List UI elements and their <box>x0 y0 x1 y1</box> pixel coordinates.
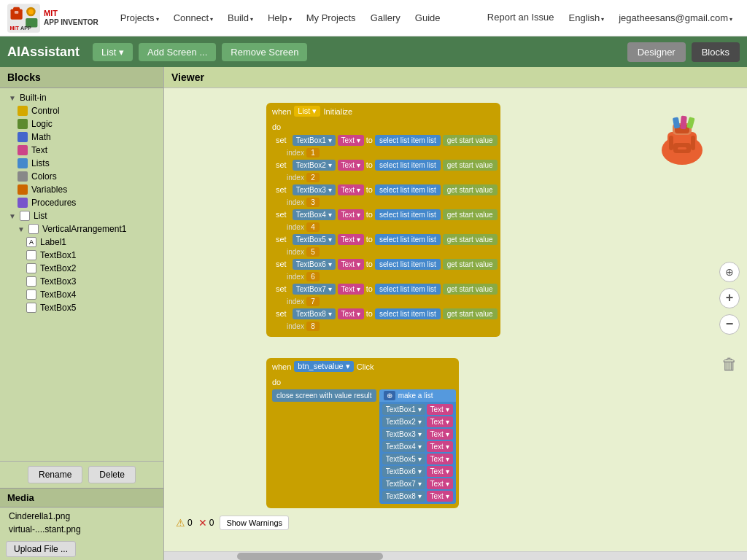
horizontal-scrollbar[interactable] <box>164 551 747 560</box>
sidebar-item-lists[interactable]: Lists <box>0 157 163 170</box>
text5-badge[interactable]: Text ▾ <box>338 234 364 245</box>
sidebar-item-textbox3[interactable]: TextBox3 <box>0 275 163 288</box>
select6-block[interactable]: select list item list <box>375 259 441 270</box>
list-text2[interactable]: Text ▾ <box>427 416 453 427</box>
list-badge[interactable]: List ▾ <box>294 106 320 117</box>
sidebar-item-logic[interactable]: Logic <box>0 117 163 131</box>
sidebar-item-textbox4[interactable]: TextBox4 <box>0 288 163 301</box>
text4-badge[interactable]: Text ▾ <box>338 209 364 220</box>
list-dropdown-button[interactable]: List ▾ <box>93 43 133 61</box>
trash-icon[interactable]: 🗑 <box>719 355 740 378</box>
tb7-badge[interactable]: TextBox7 ▾ <box>293 284 336 295</box>
get-start-8[interactable]: get start value <box>443 308 498 319</box>
list-tb6[interactable]: TextBox6 ▾ <box>382 466 425 477</box>
list-tb5[interactable]: TextBox5 ▾ <box>382 454 425 464</box>
designer-button[interactable]: Designer <box>627 42 686 62</box>
list-tb8[interactable]: TextBox8 ▾ <box>382 491 425 502</box>
sidebar-item-colors[interactable]: Colors <box>0 170 163 183</box>
scrollbar-thumb[interactable] <box>237 553 383 560</box>
nav-guide[interactable]: Guide <box>408 9 448 27</box>
nav-gallery[interactable]: Gallery <box>363 9 408 27</box>
viewer-content[interactable]: when List ▾ Initialize do set TextBox1 ▾… <box>164 88 747 551</box>
select2-block[interactable]: select list item list <box>375 160 441 171</box>
tb2-badge[interactable]: TextBox2 ▾ <box>293 160 336 171</box>
list-toggle[interactable]: ▼ <box>9 212 18 220</box>
nav-build[interactable]: Build▾ <box>220 9 260 27</box>
text6-badge[interactable]: Text ▾ <box>338 259 364 270</box>
tb5-badge[interactable]: TextBox5 ▾ <box>293 234 336 245</box>
tb8-badge[interactable]: TextBox8 ▾ <box>293 308 336 319</box>
list-text7[interactable]: Text ▾ <box>427 478 453 489</box>
va1-toggle[interactable]: ▼ <box>18 225 26 233</box>
sidebar-item-control[interactable]: Control <box>0 104 163 117</box>
sidebar-item-variables[interactable]: Variables <box>0 183 163 196</box>
list-tb4[interactable]: TextBox4 ▾ <box>382 441 425 452</box>
media-file-2[interactable]: virtual-....stant.png <box>6 523 158 536</box>
list-tb3[interactable]: TextBox3 ▾ <box>382 429 425 440</box>
list-text6[interactable]: Text ▾ <box>427 466 453 477</box>
sidebar-item-math[interactable]: Math <box>0 131 163 144</box>
rename-button[interactable]: Rename <box>28 466 82 483</box>
list-tb1[interactable]: TextBox1 ▾ <box>382 404 425 415</box>
nav-language[interactable]: English▾ <box>562 9 612 27</box>
zoom-in-button[interactable]: + <box>719 288 740 308</box>
list-text4[interactable]: Text ▾ <box>427 441 453 452</box>
upload-file-button[interactable]: Upload File ... <box>6 541 76 557</box>
media-file-1[interactable]: Cinderella1.png <box>6 510 158 523</box>
get-start-2[interactable]: get start value <box>443 160 498 171</box>
builtin-toggle[interactable]: ▼ <box>9 94 18 102</box>
list-tb7[interactable]: TextBox7 ▾ <box>382 478 425 489</box>
text3-badge[interactable]: Text ▾ <box>338 184 364 195</box>
sidebar-item-va1[interactable]: ▼ VerticalArrangement1 <box>0 222 163 236</box>
tb4-badge[interactable]: TextBox4 ▾ <box>293 209 336 220</box>
select3-block[interactable]: select list item list <box>375 184 441 195</box>
get-start-4[interactable]: get start value <box>443 209 498 220</box>
text1-badge[interactable]: Text ▾ <box>338 135 364 146</box>
get-start-1[interactable]: get start value <box>443 135 498 146</box>
tb1-badge[interactable]: TextBox1 ▾ <box>293 135 336 146</box>
tb6-badge[interactable]: TextBox6 ▾ <box>293 259 336 270</box>
delete-button[interactable]: Delete <box>88 466 136 483</box>
sidebar-item-textbox1[interactable]: TextBox1 <box>0 249 163 262</box>
sidebar-item-textbox2[interactable]: TextBox2 <box>0 262 163 275</box>
select5-block[interactable]: select list item list <box>375 234 441 245</box>
get-start-3[interactable]: get start value <box>443 184 498 195</box>
list-tb2[interactable]: TextBox2 ▾ <box>382 416 425 427</box>
builtin-section[interactable]: ▼ Built-in <box>0 91 163 104</box>
add-screen-button[interactable]: Add Screen ... <box>139 43 216 61</box>
select1-block[interactable]: select list item list <box>375 135 441 146</box>
text2-badge[interactable]: Text ▾ <box>338 160 364 171</box>
get-start-7[interactable]: get start value <box>443 284 498 295</box>
sidebar-item-procedures[interactable]: Procedures <box>0 196 163 209</box>
list-text8[interactable]: Text ▾ <box>427 491 453 502</box>
btn-badge[interactable]: btn_setvalue ▾ <box>294 361 353 372</box>
crosshair-button[interactable]: ⊕ <box>719 262 740 282</box>
text8-badge[interactable]: Text ▾ <box>338 308 364 319</box>
list-text5[interactable]: Text ▾ <box>427 454 453 464</box>
get-start-5[interactable]: get start value <box>443 234 498 245</box>
remove-screen-button[interactable]: Remove Screen <box>222 43 307 61</box>
show-warnings-button[interactable]: Show Warnings <box>220 516 289 530</box>
list-text1[interactable]: Text ▾ <box>427 404 453 415</box>
select8-block[interactable]: select list item list <box>375 308 441 319</box>
select4-block[interactable]: select list item list <box>375 209 441 220</box>
sidebar-item-textbox5[interactable]: TextBox5 <box>0 301 163 314</box>
nav-report[interactable]: Report an Issue <box>480 8 562 28</box>
close-block[interactable]: close screen with value result <box>272 389 376 402</box>
select7-block[interactable]: select list item list <box>375 284 441 295</box>
blocks-button[interactable]: Blocks <box>692 42 740 62</box>
sidebar-item-text[interactable]: Text <box>0 144 163 157</box>
nav-projects[interactable]: Projects▾ <box>113 9 166 27</box>
get-start-6[interactable]: get start value <box>443 259 498 270</box>
text7-badge[interactable]: Text ▾ <box>338 284 364 295</box>
make-list-plus[interactable]: ⊕ <box>384 391 395 400</box>
list-section[interactable]: ▼ List <box>0 209 163 222</box>
zoom-out-button[interactable]: − <box>719 314 740 335</box>
nav-user-email[interactable]: jegatheesans@gmail.com▾ <box>611 9 740 27</box>
nav-help[interactable]: Help▾ <box>260 9 299 27</box>
tb3-badge[interactable]: TextBox3 ▾ <box>293 184 336 195</box>
nav-my-projects[interactable]: My Projects <box>299 9 363 27</box>
nav-connect[interactable]: Connect▾ <box>166 9 220 27</box>
list-text3[interactable]: Text ▾ <box>427 429 453 440</box>
sidebar-item-label1[interactable]: A Label1 <box>0 236 163 249</box>
